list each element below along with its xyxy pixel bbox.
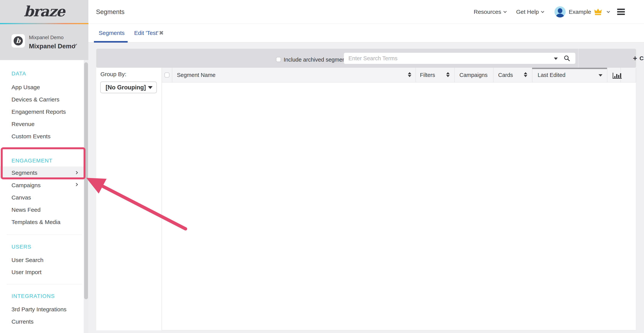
sidebar-item-currents[interactable]: Currents <box>12 318 34 325</box>
sort-icon[interactable] <box>446 72 450 77</box>
hamburger-menu-icon[interactable] <box>617 9 625 15</box>
sidebar-item-user-import[interactable]: User Import <box>12 269 42 275</box>
workspace-app-label: Mixpanel Demo <box>29 35 64 41</box>
sort-icon[interactable] <box>524 72 527 77</box>
section-heading-data: DATA <box>12 71 26 77</box>
top-bar: Segments Resources Get Help Example <box>88 0 644 24</box>
braze-dashboard: braze Segments Resources Get Help Exampl… <box>0 0 644 333</box>
section-divider <box>7 284 82 284</box>
section-heading-engagement: ENGAGEMENT <box>12 158 52 164</box>
tab-bar: Segments Edit 'Test' ✖ <box>88 24 644 42</box>
column-header-last-edited[interactable]: Last Edited <box>538 68 566 83</box>
chevron-down-icon <box>607 10 610 13</box>
chevron-down-icon <box>541 10 544 13</box>
avatar-body <box>556 14 564 18</box>
sidebar-item-segments[interactable]: Segments <box>0 167 84 179</box>
create-segment-label: Create Segment <box>640 55 644 61</box>
column-header-campaigns[interactable]: Campaigns <box>460 68 488 83</box>
chevron-right-icon <box>75 183 78 186</box>
tab-edit-test[interactable]: Edit 'Test' <box>134 24 158 42</box>
sort-desc-icon[interactable] <box>598 74 602 77</box>
sidebar-item-app-usage[interactable]: App Usage <box>12 84 40 91</box>
chevron-right-icon <box>75 171 78 174</box>
active-tab-underline <box>94 41 128 43</box>
sidebar-item-custom-events[interactable]: Custom Events <box>12 133 50 140</box>
workspace-name: Mixpanel Demo <box>29 43 75 50</box>
section-heading-users: USERS <box>12 244 32 250</box>
sidebar-item-label: Segments <box>12 167 38 179</box>
group-by-value: [No Grouping] <box>106 82 146 93</box>
column-header-segment-name[interactable]: Segment Name <box>177 68 216 83</box>
sidebar-item-user-search[interactable]: User Search <box>12 257 44 263</box>
workspace-selector[interactable]: b Mixpanel Demo Mixpanel Demo <box>0 24 88 60</box>
crown-icon <box>594 8 602 16</box>
dropdown-caret-icon <box>148 86 152 89</box>
top-bar-menus: Resources Get Help Example <box>474 6 625 18</box>
select-all-checkbox[interactable] <box>164 73 170 78</box>
avatar-head <box>558 8 562 13</box>
section-heading-integrations: INTEGRATIONS <box>12 293 55 299</box>
segments-table-header: Segment Name Filters Campaigns Cards Las… <box>162 68 636 83</box>
chart-column-icon[interactable] <box>612 71 622 79</box>
chevron-down-icon <box>503 10 506 13</box>
page-title: Segments <box>96 8 124 16</box>
include-archived-checkbox[interactable] <box>276 57 281 62</box>
search-icon[interactable] <box>564 55 570 62</box>
search-input[interactable] <box>344 53 547 64</box>
group-by-label: Group By: <box>100 71 126 78</box>
sort-icon[interactable] <box>408 72 411 77</box>
tab-segments[interactable]: Segments <box>99 24 124 42</box>
segments-toolbar: Include archived segments +Create Segmen… <box>96 49 636 68</box>
braze-logo: braze <box>0 0 88 23</box>
sidebar-item-news-feed[interactable]: News Feed <box>12 207 41 213</box>
sidebar-scrollbar-thumb[interactable] <box>84 62 88 299</box>
segments-table-body <box>162 83 636 330</box>
sidebar-item-engagement-reports[interactable]: Engagement Reports <box>12 109 66 115</box>
sidebar-nav: DATA App Usage Devices & Carriers Engage… <box>0 60 88 333</box>
include-archived-label: Include archived segments <box>284 57 350 63</box>
toolbar-separator <box>578 49 578 68</box>
sidebar-item-devices-carriers[interactable]: Devices & Carriers <box>12 96 60 103</box>
plus-icon: + <box>633 54 637 62</box>
avatar[interactable] <box>554 6 566 18</box>
app-b-icon: b <box>14 36 23 46</box>
close-icon[interactable]: ✖ <box>159 24 164 42</box>
search-box <box>344 53 576 64</box>
create-segment-button[interactable]: +Create Segment <box>584 49 644 68</box>
search-dropdown-caret-icon[interactable] <box>554 58 558 60</box>
sidebar-item-3rd-party-integrations[interactable]: 3rd Party Integrations <box>12 306 66 313</box>
sidebar-item-campaigns[interactable]: Campaigns <box>12 182 41 189</box>
group-by-panel: Group By: [No Grouping] <box>96 68 162 330</box>
sidebar-item-canvas[interactable]: Canvas <box>12 194 31 201</box>
sidebar-item-revenue[interactable]: Revenue <box>12 121 34 127</box>
sidebar-item-templates-media[interactable]: Templates & Media <box>12 219 60 225</box>
group-by-dropdown[interactable]: [No Grouping] <box>100 82 157 93</box>
column-header-filters[interactable]: Filters <box>420 68 435 83</box>
brand-header: braze <box>0 0 88 24</box>
workspace-logo: b <box>12 34 25 48</box>
sorted-column-indicator <box>532 68 607 69</box>
column-header-cards[interactable]: Cards <box>498 68 513 83</box>
resources-menu[interactable]: Resources <box>474 9 501 15</box>
get-help-menu[interactable]: Get Help <box>516 9 539 15</box>
user-menu[interactable]: Example <box>569 9 591 15</box>
